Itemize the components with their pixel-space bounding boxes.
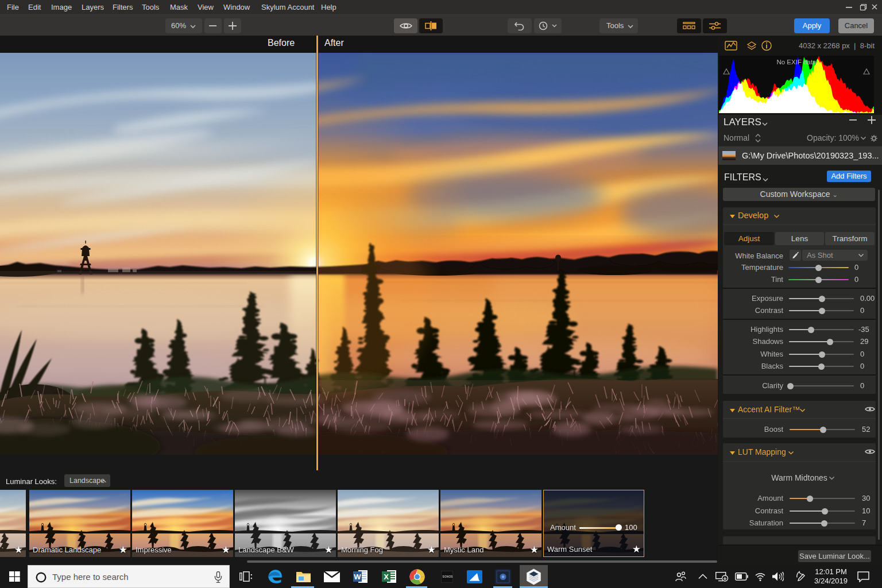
svg-text:W: W — [354, 572, 361, 581]
svg-text:X: X — [384, 572, 389, 581]
